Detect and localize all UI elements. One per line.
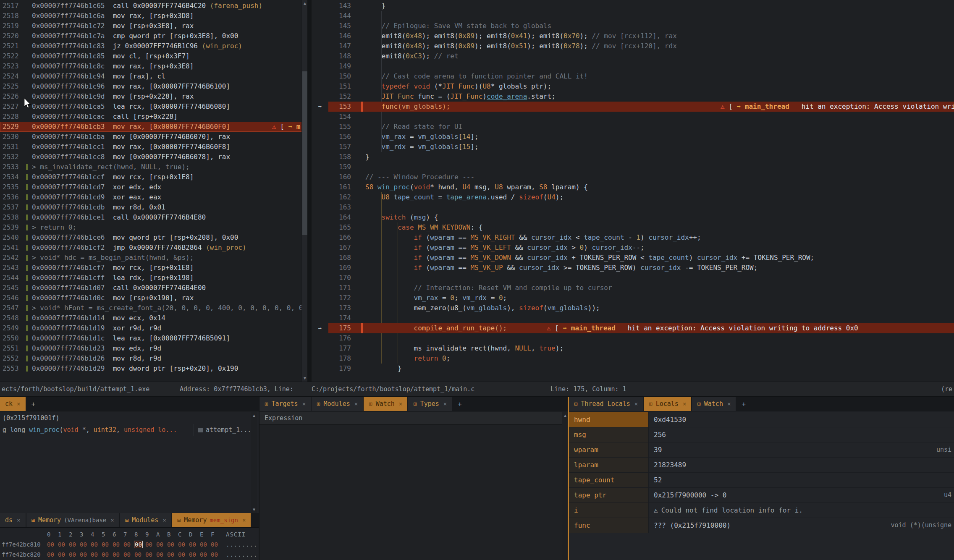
breakpoint-gutter[interactable] [312, 273, 328, 283]
source-row-179[interactable]: 179 } [312, 364, 954, 374]
breakpoint-gutter[interactable] [312, 313, 328, 323]
disasm-row-2543[interactable]: 25430x00007ff7746b1cf7 mov rcx, [rsp+0x1… [0, 263, 307, 273]
breakpoint-gutter[interactable] [312, 212, 328, 222]
memory-tab-modules[interactable]: ⊞Modules× [120, 513, 171, 527]
close-icon[interactable]: × [302, 400, 306, 407]
breakpoint-gutter[interactable] [312, 31, 328, 41]
disasm-row-2538[interactable]: 25380x00007ff7746b1ce1 call 0x00007FF774… [0, 212, 307, 222]
local-row-tape_ptr[interactable]: tape_ptr0x215f7900000 -> 0u4 [569, 488, 954, 503]
breakpoint-gutter[interactable] [312, 172, 328, 182]
memory-byte[interactable]: 00 [69, 539, 80, 550]
close-icon[interactable]: × [242, 517, 246, 523]
close-icon[interactable]: × [634, 400, 638, 407]
memory-byte[interactable]: 00 [211, 539, 222, 550]
disasm-row-2537[interactable]: 25370x00007ff7746b1cdb mov r8d, 0x01 [0, 202, 307, 212]
source-row-167[interactable]: 167 if (wparam == MS_VK_LEFT && cursor_i… [312, 243, 954, 253]
watch-tab-types[interactable]: ⊞Types× [408, 397, 452, 411]
source-row-173[interactable]: 173 mem_zero(u8_(vm_globals), sizeof(vm_… [312, 303, 954, 313]
source-row-143[interactable]: 143 } [312, 1, 954, 11]
locals-add-tab-button[interactable]: + [736, 397, 751, 411]
disasm-row-2525[interactable]: 25250x00007ff7746b1c96 mov rax, [0x00007… [0, 81, 307, 92]
source-row-170[interactable]: 170 [312, 273, 954, 283]
source-row-150[interactable]: 150 // Cast code arena to function point… [312, 71, 954, 81]
memory-byte[interactable]: 00 [189, 550, 200, 560]
callstack-frame-1[interactable]: g long win_proc(void *, uint32, unsigned… [0, 424, 250, 436]
source-row-171[interactable]: 171 // Interaction: Reset VM and compile… [312, 283, 954, 293]
stack-tab-ck[interactable]: ck× [0, 397, 26, 411]
disasm-row-2523[interactable]: 25230x00007ff7746b1c8c mov rax, [rsp+0x3… [0, 61, 307, 71]
memory-byte[interactable]: 00 [167, 539, 178, 550]
memory-byte[interactable]: 00 [69, 550, 80, 560]
disasm-row-2540[interactable]: 25400x00007ff7746b1ce6 mov qword ptr [rs… [0, 233, 307, 243]
source-row-145[interactable]: 145 // Epilogue: Save VM state back to g… [312, 21, 954, 31]
memory-row-0[interactable]: ff7e42bc81000000000000000000000000000000… [0, 539, 259, 550]
memory-byte[interactable]: 00 [91, 539, 102, 550]
source-row-168[interactable]: 168 if (wparam == MS_VK_DOWN && cursor_i… [312, 253, 954, 263]
memory-byte[interactable]: 00 [200, 539, 211, 550]
memory-byte[interactable]: 00 [80, 550, 91, 560]
memory-hex-view[interactable]: 0123456789ABCDEFASCIIff7e42bc81000000000… [0, 528, 259, 560]
breakpoint-gutter[interactable] [312, 112, 328, 122]
breakpoint-gutter[interactable] [312, 243, 328, 253]
breakpoint-gutter[interactable] [312, 21, 328, 31]
breakpoint-gutter[interactable] [312, 81, 328, 92]
disasm-row-2532[interactable]: 25320x00007ff7746b1cc8 mov [0x00007FF774… [0, 152, 307, 162]
disasm-row-2545[interactable]: 25450x00007ff7746b1d07 call 0x00007FF774… [0, 283, 307, 293]
memory-byte[interactable]: 00 [113, 539, 123, 550]
breakpoint-gutter[interactable] [312, 11, 328, 21]
source-row-177[interactable]: 177 ms_invalidate_rect(hwnd, NULL, true)… [312, 343, 954, 353]
scroll-up-icon[interactable]: ▲ [562, 412, 568, 419]
close-icon[interactable]: × [443, 400, 447, 407]
memory-byte[interactable]: 00 [91, 550, 102, 560]
scroll-up-icon[interactable]: ▲ [302, 0, 307, 7]
breakpoint-gutter[interactable] [312, 1, 328, 11]
disasm-row-2550[interactable]: 25500x00007ff7746b1d1c lea rax, [0x00007… [0, 333, 307, 343]
memory-byte[interactable]: 00 [156, 539, 167, 550]
watch-tab-watch[interactable]: ⊞Watch× [364, 397, 407, 411]
disasm-scrollbar[interactable]: ▲ ▼ [301, 0, 307, 382]
disasm-row-2522[interactable]: 25220x00007ff7746b1c85 mov cl, [rsp+0x3F… [0, 51, 307, 61]
breakpoint-gutter[interactable] [312, 61, 328, 71]
close-icon[interactable]: × [683, 400, 686, 407]
breakpoint-gutter[interactable] [312, 71, 328, 81]
close-icon[interactable]: × [110, 517, 114, 523]
variable-name[interactable]: lparam [569, 458, 649, 472]
close-icon[interactable]: × [17, 517, 20, 523]
local-row-msg[interactable]: msg256 [569, 427, 954, 442]
source-row-159[interactable]: 159 [312, 162, 954, 172]
variable-name[interactable]: hwnd [569, 412, 649, 427]
disasm-row-2533[interactable]: 2533> ms_invalidate_rect(hwnd, NULL, tru… [0, 162, 307, 172]
memory-byte[interactable]: 00 [178, 550, 189, 560]
disasm-row-2528[interactable]: 25280x00007ff7746b1cac call [rsp+0x228] [0, 112, 307, 122]
source-row-165[interactable]: 165 case MS_WM_KEYDOWN: { [312, 222, 954, 233]
disasm-row-2531[interactable]: 25310x00007ff7746b1cc1 mov rax, [0x00007… [0, 142, 307, 152]
source-row-147[interactable]: 147 emit8(0x48); emit8(0x89); emit8(0x51… [312, 41, 954, 51]
memory-byte[interactable]: 00 [134, 550, 145, 560]
breakpoint-gutter[interactable] [312, 303, 328, 313]
memory-byte[interactable]: 00 [156, 550, 167, 560]
source-row-164[interactable]: 164 switch (msg) { [312, 212, 954, 222]
locals-tab-locals[interactable]: ⊞Locals× [644, 397, 691, 411]
variable-name[interactable]: i [569, 503, 649, 518]
memory-byte[interactable]: 00 [123, 550, 134, 560]
memory-byte[interactable]: 00 [47, 550, 58, 560]
disasm-row-2552[interactable]: 25520x00007ff7746b1d26 mov r8d, r9d [0, 353, 307, 364]
scroll-up-icon[interactable]: ▲ [251, 412, 257, 419]
variable-value[interactable]: 256 [649, 427, 954, 442]
memory-byte[interactable]: 00 [80, 539, 91, 550]
variable-value[interactable]: 52 [649, 473, 954, 487]
breakpoint-gutter[interactable] [312, 263, 328, 273]
variable-value[interactable]: 21823489 [649, 458, 954, 472]
memory-byte[interactable]: 00 [200, 550, 211, 560]
source-row-156[interactable]: 156 vm_rax = vm_globals[14]; [312, 132, 954, 142]
close-icon[interactable]: × [17, 400, 20, 407]
breakpoint-gutter[interactable] [312, 293, 328, 303]
source-row-176[interactable]: 176 [312, 333, 954, 343]
disasm-row-2536[interactable]: 25360x00007ff7746b1cd9 xor eax, eax [0, 192, 307, 202]
execution-arrow-icon[interactable]: ➡ [312, 102, 328, 112]
scrollbar-thumb[interactable] [302, 71, 307, 235]
local-row-wparam[interactable]: wparam39unsi [569, 442, 954, 458]
disasm-row-2553[interactable]: 25530x00007ff7746b1d29 mov dword ptr [rs… [0, 364, 307, 374]
memory-tab-ds[interactable]: ds× [0, 513, 26, 527]
source-row-146[interactable]: 146 emit8(0x48); emit8(0x89); emit8(0x41… [312, 31, 954, 41]
